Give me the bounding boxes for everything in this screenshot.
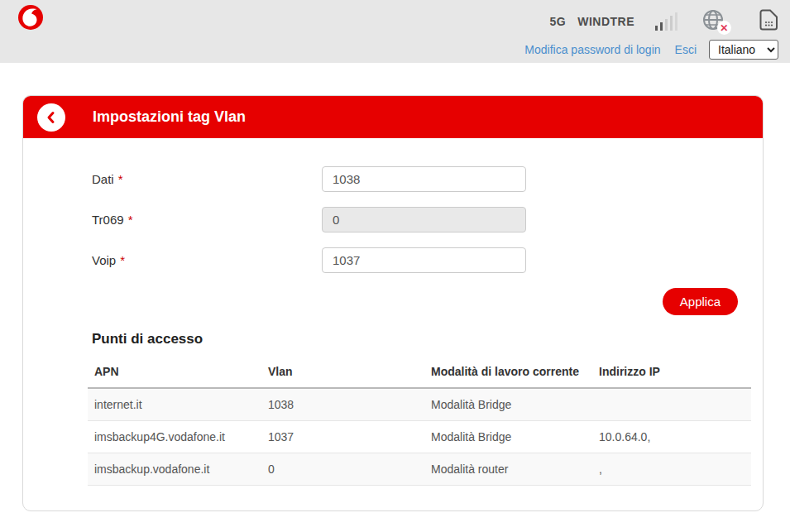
globe-no-internet-icon: ✕	[701, 7, 725, 32]
voip-label-text: Voip	[92, 253, 116, 267]
tr069-input	[322, 207, 526, 232]
cell-ip: ,	[592, 453, 751, 486]
vlan-settings-card: Impostazioni tag Vlan Dati* Tr069* Voip*	[22, 95, 764, 511]
logout-link[interactable]: Esci	[675, 43, 697, 56]
dati-label: Dati*	[92, 172, 322, 186]
column-header-vlan: Vlan	[261, 358, 424, 388]
cell-mode: Modalità router	[424, 453, 592, 486]
column-header-mode: Modalità di lavoro corrente	[424, 358, 592, 388]
no-connection-x-icon: ✕	[717, 21, 731, 35]
cell-apn: imsbackup4G.vodafone.it	[88, 421, 261, 453]
topbar-right: 5G WINDTRE ✕	[524, 11, 778, 60]
cell-apn: internet.it	[88, 388, 261, 421]
dati-label-text: Dati	[92, 172, 114, 186]
change-password-link[interactable]: Modifica password di login	[524, 43, 660, 56]
required-asterisk: *	[118, 172, 123, 186]
required-asterisk: *	[120, 253, 125, 267]
cell-mode: Modalità Bridge	[424, 421, 592, 453]
actions-row: Applica	[92, 288, 753, 315]
access-points-heading: Punti di accesso	[92, 331, 753, 347]
apply-button[interactable]: Applica	[663, 288, 738, 315]
sim-card-icon	[759, 9, 778, 31]
cell-ip	[592, 388, 751, 421]
column-header-ip: Indirizzo IP	[592, 358, 751, 388]
field-row-dati: Dati*	[92, 166, 753, 192]
table-row: imsbackup4G.vodafone.it 1037 Modalità Br…	[88, 421, 751, 453]
cell-vlan: 1038	[261, 388, 424, 421]
cell-mode: Modalità Bridge	[424, 388, 592, 421]
column-header-apn: APN	[88, 358, 261, 388]
vodafone-logo-icon	[18, 5, 43, 30]
language-select[interactable]: Italiano	[709, 40, 778, 60]
table-row: imsbackup.vodafone.it 0 Modalità router …	[88, 453, 751, 486]
dati-input[interactable]	[322, 166, 526, 192]
network-operator-label: WINDTRE	[577, 15, 634, 28]
required-asterisk: *	[128, 213, 133, 227]
table-header-row: APN Vlan Modalità di lavoro corrente Ind…	[88, 358, 751, 388]
cell-ip: 10.0.64.0,	[592, 421, 751, 453]
cell-vlan: 0	[261, 453, 424, 486]
cell-apn: imsbackup.vodafone.it	[88, 453, 261, 486]
field-row-voip: Voip*	[92, 247, 753, 273]
tr069-label: Tr069*	[92, 213, 322, 227]
table-row: internet.it 1038 Modalità Bridge	[88, 388, 751, 421]
tr069-label-text: Tr069	[92, 213, 124, 227]
access-points-table: APN Vlan Modalità di lavoro corrente Ind…	[88, 358, 751, 486]
main-content: Impostazioni tag Vlan Dati* Tr069* Voip*	[0, 95, 790, 511]
cell-vlan: 1037	[261, 421, 424, 453]
signal-bars-icon	[654, 12, 677, 31]
top-bar: 5G WINDTRE ✕	[0, 0, 790, 63]
voip-label: Voip*	[92, 253, 322, 267]
links-row: Modifica password di login Esci Italiano	[524, 40, 778, 60]
voip-input[interactable]	[322, 247, 526, 273]
status-row: 5G WINDTRE ✕	[549, 11, 778, 32]
card-header: Impostazioni tag Vlan	[23, 96, 763, 138]
field-row-tr069: Tr069*	[92, 207, 753, 232]
page-title: Impostazioni tag Vlan	[93, 108, 246, 126]
network-tech-label: 5G	[549, 15, 566, 28]
card-body: Dati* Tr069* Voip* Applica Punti d	[23, 138, 763, 510]
chevron-left-icon	[45, 111, 58, 124]
back-button[interactable]	[37, 103, 65, 132]
